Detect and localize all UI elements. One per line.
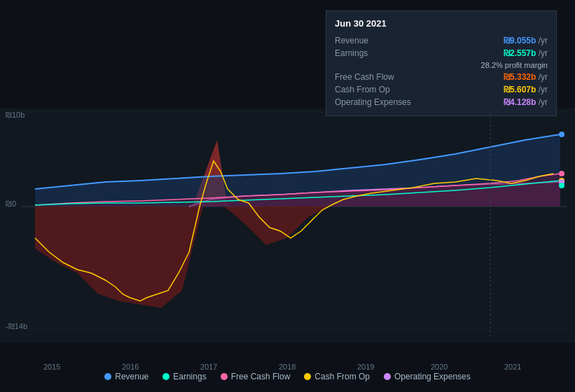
tooltip-value-earnings: ₪2.557b /yr [504,48,548,58]
tooltip-label-earnings: Earnings [335,48,419,58]
chart-legend: Revenue Earnings Free Cash Flow Cash Fro… [0,368,575,385]
tooltip-card: Jun 30 2021 Revenue ₪9.055b /yr Earnings… [326,10,557,116]
tooltip-label-revenue: Revenue [335,36,419,46]
tooltip-title: Jun 30 2021 [335,18,548,29]
legend-cashfromop[interactable]: Cash From Op [304,372,370,382]
legend-dot-earnings [162,373,169,380]
tooltip-value-revenue: ₪9.055b /yr [504,36,548,46]
legend-label-cashfromop: Cash From Op [314,372,370,382]
legend-earnings[interactable]: Earnings [162,372,206,382]
tooltip-profit-margin: 28.2% profit margin [481,61,548,69]
tooltip-row-cashfromop: Cash From Op ₪5.607b /yr [335,83,548,96]
tooltip-row-profit-margin: 28.2% profit margin [335,59,548,71]
y-label-top: ₪10b [6,111,25,120]
tooltip-label-opex: Operating Expenses [335,97,419,107]
y-label-mid: ₪0 [6,200,16,209]
tooltip-value-fcf: ₪5.332b /yr [504,72,548,82]
legend-label-fcf: Free Cash Flow [231,372,291,382]
legend-label-earnings: Earnings [173,372,206,382]
y-label-bot: -₪14b [6,322,27,331]
legend-dot-cashfromop [304,373,311,380]
legend-label-revenue: Revenue [115,372,148,382]
legend-revenue[interactable]: Revenue [104,372,148,382]
tooltip-row-earnings: Earnings ₪2.557b /yr [335,47,548,59]
legend-dot-opex [384,373,391,380]
tooltip-value-cashfromop: ₪5.607b /yr [504,85,548,94]
chart-container: ₪10b ₪0 -₪14b 2015 2016 2017 2018 2019 2… [0,0,575,392]
tooltip-label-cashfromop: Cash From Op [335,85,419,94]
tooltip-value-opex: ₪4.128b /yr [504,97,548,107]
legend-opex[interactable]: Operating Expenses [384,372,471,382]
tooltip-label-fcf: Free Cash Flow [335,72,419,82]
svg-point-11 [559,183,564,188]
svg-point-8 [559,171,564,176]
legend-fcf[interactable]: Free Cash Flow [221,372,291,382]
tooltip-row-opex: Operating Expenses ₪4.128b /yr [335,96,548,108]
tooltip-row-fcf: Free Cash Flow ₪5.332b /yr [335,71,548,83]
legend-dot-revenue [104,373,111,380]
svg-point-7 [559,132,564,137]
tooltip-row-revenue: Revenue ₪9.055b /yr [335,34,548,47]
legend-dot-fcf [221,373,228,380]
legend-label-opex: Operating Expenses [394,372,471,382]
